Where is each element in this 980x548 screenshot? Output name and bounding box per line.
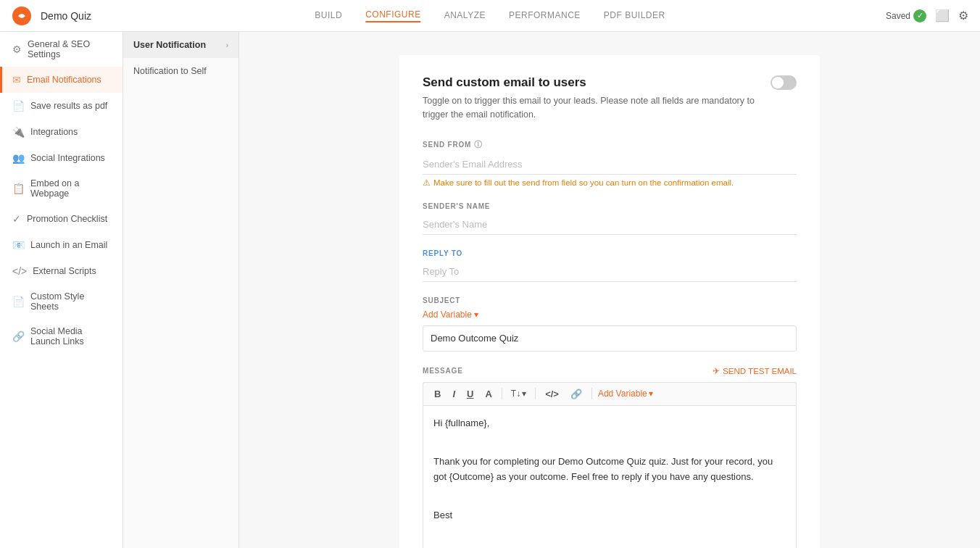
sidebar-item-save-results[interactable]: 📄 Save results as pdf [0, 93, 122, 119]
sidebar-item-external[interactable]: </> External Scripts [0, 258, 122, 284]
send-from-input[interactable] [423, 154, 797, 175]
social-icon: 👥 [12, 152, 25, 164]
email-icon: ✉ [12, 74, 21, 86]
saved-badge: Saved ✓ [886, 9, 926, 22]
message-section: MESSAGE ✈ SEND TEST EMAIL B I U A T↓ ▾ [423, 366, 797, 549]
sidebar-label-social: Social Integrations [30, 153, 105, 163]
title-description: Send custom email to users Toggle on to … [423, 75, 771, 122]
sub-sidebar-user-notification[interactable]: User Notification › [123, 32, 238, 58]
chevron-down-icon-2: ▾ [522, 389, 526, 399]
saved-label: Saved [886, 11, 910, 21]
launch-email-icon: 📧 [12, 239, 25, 251]
saved-check-icon: ✓ [913, 9, 926, 22]
custom-css-icon: 📄 [12, 296, 25, 307]
nav-build[interactable]: BUILD [315, 10, 342, 22]
toolbar-italic-button[interactable]: I [449, 387, 459, 401]
general-icon: ⚙ [12, 43, 22, 55]
save-results-icon: 📄 [12, 100, 25, 112]
message-label: MESSAGE [423, 367, 463, 375]
sender-name-label: SENDER'S NAME [423, 202, 797, 210]
message-add-variable-button[interactable]: Add Variable ▾ [598, 389, 653, 399]
toolbar-underline-button[interactable]: U [463, 387, 477, 401]
sidebar-item-launch-email[interactable]: 📧 Launch in an Email [0, 232, 122, 258]
subject-label: SUBJECT [423, 296, 797, 304]
sub-sidebar: User Notification › Notification to Self [123, 32, 239, 548]
subject-section: SUBJECT Add Variable ▾ [423, 296, 797, 352]
chevron-right-icon: › [226, 41, 228, 49]
toggle-slider [771, 75, 797, 90]
logo-icon [12, 6, 32, 26]
sidebar-item-integrations[interactable]: 🔌 Integrations [0, 119, 122, 145]
subject-add-variable-button[interactable]: Add Variable ▾ [423, 310, 478, 320]
top-nav: Demo Quiz BUILD CONFIGURE ANALYZE PERFOR… [0, 0, 980, 32]
sub-sidebar-notification-self[interactable]: Notification to Self [123, 58, 238, 84]
nav-performance[interactable]: PERFORMANCE [509, 10, 581, 22]
toolbar-bold-button[interactable]: B [431, 387, 444, 401]
social-media-icon: 🔗 [12, 331, 25, 342]
sidebar-label-external: External Scripts [33, 266, 96, 276]
main-card: Send custom email to users Toggle on to … [399, 55, 820, 548]
sidebar-label-custom-css: Custom Style Sheets [30, 291, 112, 312]
chevron-down-icon-3: ▾ [649, 389, 653, 399]
sidebar-item-social[interactable]: 👥 Social Integrations [0, 145, 122, 171]
reply-to-group: REPLY TO [423, 249, 797, 282]
sidebar-label-embed: Embed on a Webpage [30, 178, 112, 199]
warning-icon: ⚠ [423, 178, 431, 188]
enable-toggle[interactable] [771, 75, 797, 90]
sub-sidebar-label-user: User Notification [133, 40, 206, 50]
sidebar-label-save-results: Save results as pdf [30, 101, 107, 111]
sidebar-label-integrations: Integrations [30, 127, 78, 137]
message-body[interactable]: Hi {fullname}, Thank you for completing … [423, 405, 797, 549]
send-from-label: SEND FROM ⓘ [423, 139, 797, 150]
nav-pdf-builder[interactable]: PDF BUILDER [604, 10, 665, 22]
sidebar-item-general[interactable]: ⚙ General & SEO Settings [0, 32, 122, 67]
sidebar-label-email: Email Notifications [27, 75, 101, 85]
sidebar-item-embed[interactable]: 📋 Embed on a Webpage [0, 171, 122, 206]
sidebar-label-general: General & SEO Settings [28, 39, 112, 59]
send-test-email-button[interactable]: ✈ SEND TEST EMAIL [713, 366, 797, 376]
nav-configure[interactable]: CONFIGURE [365, 9, 421, 22]
send-from-warning: ⚠ Make sure to fill out the send from fi… [423, 178, 797, 188]
nav-analyze[interactable]: ANALYZE [444, 10, 486, 22]
chevron-down-icon: ▾ [474, 310, 478, 320]
sidebar-item-promotion[interactable]: ✓ Promotion Checklist [0, 206, 122, 232]
send-icon: ✈ [713, 366, 720, 376]
nav-right: Saved ✓ ⬜ ⚙ [886, 9, 968, 22]
embed-icon: 📋 [12, 183, 25, 194]
send-from-group: SEND FROM ⓘ ⚠ Make sure to fill out the … [423, 139, 797, 188]
toolbar-separator-3 [591, 388, 592, 399]
send-from-info-icon[interactable]: ⓘ [474, 139, 483, 150]
message-header: MESSAGE ✈ SEND TEST EMAIL [423, 366, 797, 376]
toolbar-separator-1 [502, 388, 502, 399]
preview-button[interactable]: ⬜ [935, 9, 950, 22]
sidebar: ⚙ General & SEO Settings ✉ Email Notific… [0, 32, 123, 548]
promotion-icon: ✓ [12, 213, 21, 225]
nav-links: BUILD CONFIGURE ANALYZE PERFORMANCE PDF … [315, 9, 665, 22]
sidebar-item-custom-css[interactable]: 📄 Custom Style Sheets [0, 284, 122, 319]
section-title: Send custom email to users [423, 75, 756, 90]
section-desc: Toggle on to trigger this email to your … [423, 94, 756, 122]
sidebar-label-promotion: Promotion Checklist [27, 214, 107, 224]
layout: ⚙ General & SEO Settings ✉ Email Notific… [0, 32, 980, 548]
sidebar-label-social-media: Social Media Launch Links [30, 326, 112, 346]
toolbar-link-button[interactable]: 🔗 [567, 387, 586, 401]
integrations-icon: 🔌 [12, 126, 25, 138]
app-title: Demo Quiz [41, 10, 91, 22]
sender-name-group: SENDER'S NAME [423, 202, 797, 235]
toolbar-color-button[interactable]: A [481, 387, 495, 401]
toolbar-code-button[interactable]: </> [541, 387, 562, 401]
external-icon: </> [12, 265, 27, 277]
reply-to-label: REPLY TO [423, 249, 797, 257]
sidebar-item-social-media[interactable]: 🔗 Social Media Launch Links [0, 319, 122, 354]
sub-sidebar-label-self: Notification to Self [133, 66, 207, 76]
message-toolbar: B I U A T↓ ▾ </> 🔗 Add Variable ▾ [423, 382, 797, 405]
main-content: Send custom email to users Toggle on to … [239, 32, 980, 548]
sidebar-label-launch-email: Launch in an Email [30, 240, 107, 250]
reply-to-input[interactable] [423, 262, 797, 282]
title-toggle-row: Send custom email to users Toggle on to … [423, 75, 797, 122]
sender-name-input[interactable] [423, 215, 797, 235]
toolbar-text-style-button[interactable]: T↓ ▾ [508, 387, 529, 400]
settings-button[interactable]: ⚙ [958, 9, 968, 22]
sidebar-item-email[interactable]: ✉ Email Notifications [0, 67, 122, 93]
subject-input[interactable] [423, 325, 797, 352]
